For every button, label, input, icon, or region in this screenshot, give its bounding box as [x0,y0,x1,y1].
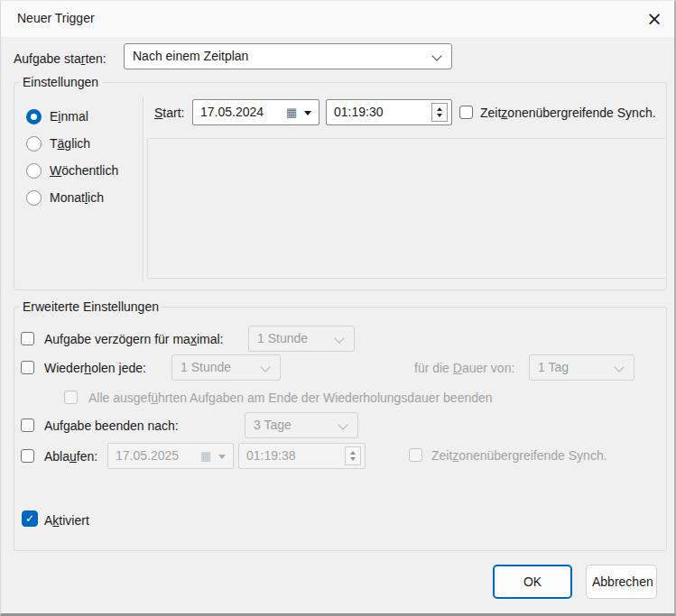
new-trigger-dialog: Neuer Trigger × Aufgabe starten: Nach ei… [0,0,676,616]
chevron-down-icon [338,419,347,429]
expire-sync-checkbox [409,448,422,462]
radio-icon [26,190,42,206]
spinner-buttons [345,446,361,465]
stop-after-checkbox[interactable] [21,418,34,432]
ok-button[interactable]: OK [493,565,572,599]
repeat-label: Wiederholen jede: [44,360,146,376]
expire-time-value: 01:19:38 [246,447,296,464]
dialog-title: Neuer Trigger [17,11,95,25]
spinner-up-icon [350,451,356,455]
expire-date-value: 17.05.2025 [116,447,179,464]
chevron-down-icon [614,362,624,372]
settings-separator [143,97,144,280]
checkmark-icon: ✓ [25,512,34,525]
spinner-down-icon [350,457,356,461]
expire-sync-label: Zeitzonenübergreifende Synch. [431,447,607,464]
stop-all-checkbox [64,391,78,404]
repeat-duration-value: 1 Tag [538,359,569,376]
spinner-up-icon [437,107,442,111]
task-start-label: Aufgabe starten: [14,51,106,67]
expire-label: Ablaufen: [44,448,97,464]
sync-timezone-label: Zeitzonenübergreifende Synch. [480,105,656,121]
enabled-label: Aktiviert [44,512,89,529]
calendar-icon: ▦ [200,451,211,462]
schedule-detail-panel [147,138,667,279]
radio-monatlich[interactable]: Monatlich [26,189,104,206]
dropdown-arrow-icon [218,455,226,459]
repeat-duration-select[interactable]: 1 Tag [529,354,634,381]
stop-after-value: 3 Tage [254,417,292,434]
radio-einmal-label: Einmal [50,109,88,124]
dropdown-arrow-icon [304,111,311,115]
radio-woechentlich-label: Wöchentlich [50,163,118,178]
calendar-icon: ▦ [286,107,297,118]
radio-selected-icon [26,109,42,124]
chevron-down-icon [431,51,441,60]
delay-label: Aufgabe verzögern für maximal: [44,331,223,347]
expire-checkbox[interactable] [21,449,34,463]
title-bar: Neuer Trigger × [1,1,674,37]
spinner-down-icon [437,114,442,117]
delay-duration-select[interactable]: 1 Stunde [248,326,355,352]
radio-icon [26,163,42,179]
radio-monatlich-label: Monatlich [50,190,104,205]
settings-group-legend: Einstellungen [19,74,102,91]
radio-woechentlich[interactable]: Wöchentlich [26,162,118,179]
chevron-down-icon [334,333,344,343]
task-start-value: Nach einem Zeitplan [133,48,248,65]
stop-after-select[interactable]: 3 Tage [245,412,358,438]
task-start-select[interactable]: Nach einem Zeitplan [124,43,452,69]
spinner-buttons[interactable] [431,103,448,122]
repeat-interval-value: 1 Stunde [181,359,231,376]
close-icon: × [646,8,662,30]
enabled-checkbox[interactable]: ✓ [22,510,38,527]
expire-time-spinner: 01:19:38 [238,443,366,469]
radio-taeglich[interactable]: Täglich [26,135,90,152]
radio-einmal[interactable]: Einmal [26,108,88,124]
chevron-down-icon [260,362,270,372]
delay-checkbox[interactable] [21,332,34,345]
start-time-spinner[interactable]: 01:19:30 [326,99,452,125]
advanced-group-legend: Erweiterte Einstellungen [19,299,162,316]
radio-icon [26,136,42,152]
cancel-button[interactable]: Abbrechen [586,565,657,599]
start-date-picker[interactable]: 17.05.2024 ▦ [192,99,319,125]
start-time-value: 01:19:30 [334,104,384,121]
repeat-duration-label: für die Dauer von: [414,360,514,376]
sync-timezone-checkbox[interactable] [459,106,473,119]
repeat-interval-select[interactable]: 1 Stunde [171,354,281,381]
stop-all-label: Alle ausgeführten Aufgaben am Ende der W… [88,390,493,406]
start-label: Start: [154,105,184,121]
stop-after-label: Aufgabe beenden nach: [44,418,179,434]
repeat-checkbox[interactable] [21,361,34,374]
delay-duration-value: 1 Stunde [257,330,308,347]
expire-date-picker: 17.05.2025 ▦ [107,443,234,469]
start-date-value: 17.05.2024 [200,104,264,121]
radio-taeglich-label: Täglich [50,136,90,151]
close-button[interactable]: × [641,5,668,32]
